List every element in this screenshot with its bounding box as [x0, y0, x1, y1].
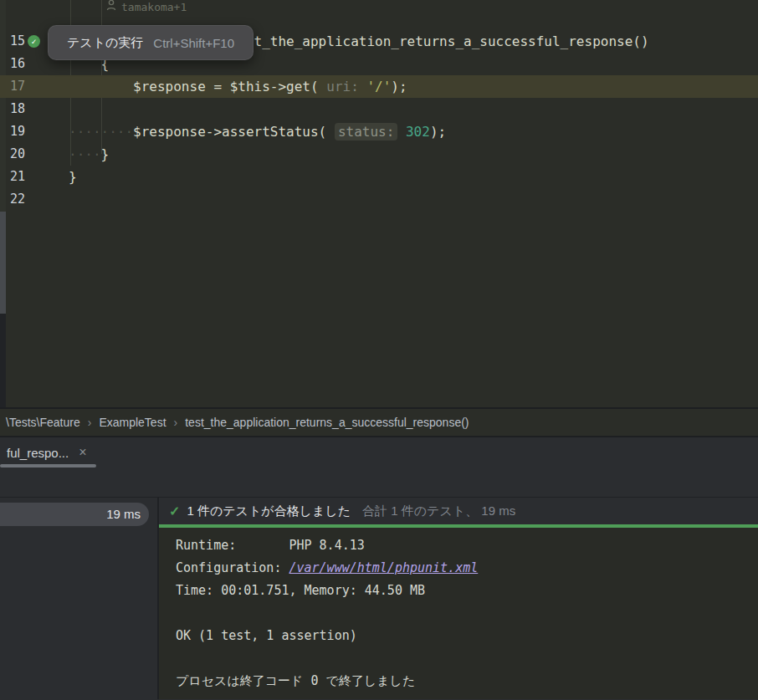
run-test-tooltip: テストの実行 Ctrl+Shift+F10 [48, 25, 254, 60]
breadcrumb-separator-icon: › [174, 416, 178, 429]
line-number: 18 [0, 98, 25, 120]
run-tab-label: ful_respo... [7, 446, 69, 460]
scrollbar-thumb[interactable] [0, 212, 6, 314]
code-text: $response = $this->get( uri: '/'); [69, 75, 407, 98]
passed-message: 1 件のテストが合格しました [187, 503, 351, 519]
run-panel-content: 19 ms ✓ 1 件のテストが合格しました 合計 1 件のテスト、 19 ms… [0, 498, 758, 699]
code-token: $response->assertStatus( [69, 124, 335, 140]
console-line: Configuration: /var/www/html/phpunit.xml [176, 557, 758, 580]
line-number: 16 [0, 53, 25, 75]
code-line[interactable]: 17 $response = $this->get( uri: '/'); [0, 75, 758, 98]
code-token: } [69, 146, 109, 162]
console-text: プロセスは終了コード 0 で終了しました [176, 673, 415, 688]
code-text: } [69, 166, 77, 188]
line-number: 17 [0, 75, 25, 98]
line-number: 21 [0, 166, 25, 188]
code-line[interactable]: 19········ $response->assertStatus( stat… [0, 120, 758, 143]
code-line[interactable]: 21} [0, 166, 758, 188]
code-line[interactable]: 18 [0, 98, 758, 120]
code-token [397, 124, 406, 140]
breadcrumb-item[interactable]: ExampleTest [99, 416, 166, 429]
breadcrumb-item[interactable]: test_the_application_returns_a_successfu… [185, 416, 469, 429]
line-number: 15 [0, 30, 25, 53]
tooltip-shortcut: Ctrl+Shift+F10 [153, 36, 234, 50]
line-number: 22 [0, 188, 25, 211]
code-token: status: [335, 123, 397, 141]
console-text: Configuration: [176, 560, 289, 575]
test-console: Runtime: PHP 8.4.13Configuration: /var/w… [159, 528, 758, 699]
console-text: OK (1 test, 1 assertion) [176, 628, 357, 643]
code-token: 302 [406, 124, 430, 140]
console-line [176, 602, 758, 625]
config-file-link[interactable]: /var/www/html/phpunit.xml [289, 560, 478, 575]
test-duration: 19 ms [106, 507, 141, 521]
console-line: Time: 00:01.751, Memory: 44.50 MB [176, 580, 758, 602]
line-number: 20 [0, 143, 25, 166]
test-result-column: ✓ 1 件のテストが合格しました 合計 1 件のテスト、 19 ms Runti… [159, 498, 758, 699]
breadcrumb: \Tests\Feature›ExampleTest›test_the_appl… [0, 409, 758, 436]
test-tree[interactable]: 19 ms [0, 498, 159, 699]
code-token: uri: [326, 79, 359, 95]
run-tab[interactable]: ful_respo... × [0, 437, 94, 468]
console-line: プロセスは終了コード 0 で終了しました [176, 670, 758, 692]
test-result-header: ✓ 1 件のテストが合格しました 合計 1 件のテスト、 19 ms [159, 498, 758, 524]
code-token [359, 79, 367, 95]
breadcrumb-item[interactable]: \Tests\Feature [6, 416, 80, 429]
run-panel-tab-strip: ful_respo... × [0, 437, 758, 468]
line-number: 19 [0, 120, 25, 143]
active-tab-underline [0, 464, 96, 468]
code-line[interactable]: 22 [0, 188, 758, 211]
test-passed-gutter-icon[interactable]: ✓ [28, 35, 40, 48]
result-summary: 合計 1 件のテスト、 19 ms [362, 503, 515, 519]
close-icon[interactable]: × [79, 446, 86, 459]
code-token: ); [430, 124, 446, 140]
code-line[interactable]: 20···· } [0, 143, 758, 166]
test-tree-selected-row[interactable]: 19 ms [0, 503, 149, 526]
console-line [176, 647, 758, 670]
console-text: Time: 00:01.751, Memory: 44.50 MB [176, 583, 425, 598]
tooltip-label: テストの実行 [67, 35, 143, 51]
author-icon [106, 0, 116, 14]
code-text: $response->assertStatus( status: 302); [69, 120, 446, 143]
console-text: Runtime: PHP 8.4.13 [176, 538, 365, 553]
passed-check-icon: ✓ [169, 503, 180, 519]
breadcrumb-separator-icon: › [88, 416, 92, 429]
code-token: $response = $this->get( [69, 79, 326, 95]
code-token: ); [391, 79, 407, 95]
code-author-inlay[interactable]: tamakoma+1 [0, 0, 187, 18]
code-token: } [69, 169, 77, 185]
author-inlay-label: tamakoma+1 [121, 1, 187, 13]
run-panel-toolbar [0, 468, 758, 498]
console-line: OK (1 test, 1 assertion) [176, 625, 758, 647]
code-text: } [69, 143, 109, 166]
strip-bottom [0, 314, 6, 407]
code-token: '/' [366, 79, 391, 95]
console-line: Runtime: PHP 8.4.13 [176, 534, 758, 557]
ide-window: tamakoma+1 15✓ public function test_the_… [0, 0, 758, 700]
code-editor[interactable]: tamakoma+1 15✓ public function test_the_… [0, 0, 758, 407]
